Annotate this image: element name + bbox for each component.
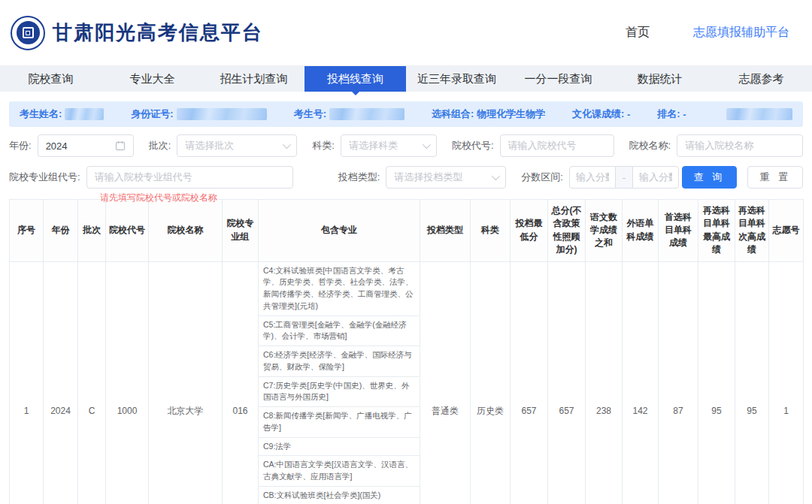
- cell-re-subject-max: 95: [698, 261, 735, 504]
- col-admission-type: 投档类型: [420, 200, 471, 262]
- col-min-score: 投档最低分: [511, 200, 548, 262]
- search-button[interactable]: 查 询: [682, 166, 738, 189]
- results-table: 序号 年份 批次 院校代号 院校名称 院校专业组 包含专业 投档类型 科类 投档…: [9, 199, 803, 504]
- col-college-name: 院校名称: [149, 200, 223, 262]
- student-culture-score: 文化课成绩: -: [572, 107, 630, 121]
- major-item: CA:中国语言文学类[汉语言文学、汉语言、古典文献学、应用语言学]: [259, 456, 420, 487]
- group-code-label: 院校专业组代号:: [9, 171, 80, 184]
- app-header: 甘肃阳光高考信息平台 首页 志愿填报辅助平台: [0, 0, 812, 66]
- col-seq: 序号: [10, 200, 44, 262]
- main-nav: 院校查询 专业大全 招生计划查询 投档线查询 近三年录取查询 一分一段查询 数据…: [0, 66, 812, 92]
- score-range-separator: -: [616, 166, 632, 189]
- cell-included-majors: C4:文科试验班类[中国语言文学类、考古学、历史学类、哲学类、社会学类、法学、新…: [259, 261, 420, 504]
- col-major-group: 院校专业组: [223, 200, 259, 262]
- col-included-majors: 包含专业: [259, 200, 420, 262]
- col-first-subject: 首选科目单科成绩: [659, 200, 698, 262]
- col-cn-math-sum: 语文数学成绩之和: [586, 200, 623, 262]
- col-re-subject-max: 再选科目单科最高成绩: [698, 200, 735, 262]
- col-year: 年份: [44, 200, 78, 262]
- col-subject-category: 科类: [471, 200, 511, 262]
- cell-college-code: 1000: [106, 261, 149, 504]
- tab-volunteer-reference[interactable]: 志愿参考: [710, 66, 812, 92]
- reset-button[interactable]: 重 置: [747, 166, 803, 189]
- col-batch: 批次: [78, 200, 106, 262]
- batch-label: 批次:: [149, 139, 171, 152]
- chevron-down-icon: [423, 140, 431, 149]
- tab-enrollment-plan-query[interactable]: 招生计划查询: [203, 66, 304, 92]
- batch-select[interactable]: 请选择批次: [177, 134, 297, 157]
- cell-cn-math-sum: 238: [586, 261, 623, 504]
- year-input[interactable]: 2024: [38, 134, 134, 157]
- year-label: 年份:: [9, 139, 32, 152]
- home-link[interactable]: 首页: [626, 25, 650, 41]
- tab-college-query[interactable]: 院校查询: [0, 66, 102, 92]
- chevron-down-icon: [283, 140, 291, 149]
- cell-college-name: 北京大学: [149, 261, 223, 504]
- student-info-bar: 考生姓名: 身份证号: 考生号: 选科组合: 物理化学生物学 文化课成绩: - …: [9, 101, 803, 127]
- student-id-number: 身份证号:: [131, 107, 266, 121]
- major-item: C5:工商管理类[金融学、金融学(金融经济学)、会计学、市场营销]: [259, 316, 420, 347]
- college-code-input[interactable]: 请输入院校代号: [500, 134, 614, 157]
- tab-score-segment-query[interactable]: 一分一段查询: [508, 66, 609, 92]
- cell-batch: C: [78, 261, 106, 504]
- subject-category-label: 科类:: [312, 139, 335, 152]
- table-row: 1 2024 C 1000 北京大学 016 C4:文科试验班类[中国语言文学类…: [10, 261, 804, 504]
- major-item: C4:文科试验班类[中国语言文学类、考古学、历史学类、哲学类、社会学类、法学、新…: [259, 262, 420, 316]
- chevron-down-icon: [492, 172, 500, 180]
- college-name-input[interactable]: 请输入院校名称: [677, 134, 803, 157]
- col-college-code: 院校代号: [106, 200, 149, 262]
- redacted-name: [65, 108, 104, 120]
- cell-year: 2024: [44, 261, 78, 504]
- filter-row-2: 院校专业组代号: 请输入院校专业组代号 请先填写院校代号或院校名称 投档类型: …: [9, 166, 803, 189]
- group-code-hint: 请先填写院校代号或院校名称: [100, 192, 217, 204]
- col-foreign-lang: 外语单科成绩: [623, 200, 659, 262]
- cell-min-score: 657: [511, 261, 548, 504]
- tab-recent-3yr-admission-query[interactable]: 近三年录取查询: [406, 66, 508, 92]
- tab-admission-line-query[interactable]: 投档线查询: [304, 66, 406, 92]
- subject-category-select[interactable]: 请选择科类: [341, 134, 437, 157]
- score-min-input[interactable]: 输入分数: [569, 166, 616, 189]
- app-title: 甘肃阳光高考信息平台: [53, 20, 263, 46]
- top-links: 首页 志愿填报辅助平台: [626, 25, 798, 41]
- student-name: 考生姓名:: [20, 107, 104, 121]
- cell-total-score: 657: [548, 261, 586, 504]
- major-item: C6:经济学类[经济学、金融学、国际经济与贸易、财政学、保险学]: [259, 346, 420, 377]
- table-header-row: 序号 年份 批次 院校代号 院校名称 院校专业组 包含专业 投档类型 科类 投档…: [10, 200, 804, 262]
- assist-platform-link[interactable]: 志愿填报辅助平台: [693, 25, 789, 41]
- cell-foreign-lang: 142: [623, 261, 659, 504]
- cell-subject-category: 历史类: [471, 261, 511, 504]
- col-total-score: 总分(不含政策性照顾加分): [548, 200, 586, 262]
- score-max-input[interactable]: 输入分数: [632, 166, 679, 189]
- filter-panel: 年份: 2024 批次: 请选择批次 科类: 请选择科类: [9, 134, 803, 189]
- cell-seq: 1: [10, 261, 44, 504]
- col-wish-no: 志愿号: [769, 200, 804, 262]
- major-item: C7:历史学类[历史学(中国史)、世界史、外国语言与外国历史]: [259, 377, 420, 408]
- student-subject-combo: 选科组合: 物理化学生物学: [432, 107, 545, 121]
- major-item: C9:法学: [259, 438, 420, 457]
- admission-type-select[interactable]: 请选择投档类型: [386, 166, 506, 189]
- cell-major-group: 016: [223, 261, 259, 504]
- tab-majors-directory[interactable]: 专业大全: [102, 66, 203, 92]
- brand: 甘肃阳光高考信息平台: [11, 16, 263, 50]
- score-range-label: 分数区间:: [521, 171, 563, 184]
- college-name-label: 院校名称:: [629, 139, 671, 152]
- calendar-icon: [115, 140, 126, 151]
- major-item: C8:新闻传播学类[新闻学、广播电视学、广告学]: [259, 407, 420, 438]
- student-exam-number: 考生号:: [294, 107, 404, 121]
- cell-admission-type: 普通类: [420, 261, 471, 504]
- cell-wish-no: 1: [769, 261, 804, 504]
- filter-row-1: 年份: 2024 批次: 请选择批次 科类: 请选择科类: [9, 134, 803, 157]
- cell-first-subject: 87: [659, 261, 698, 504]
- page-root: 甘肃阳光高考信息平台 首页 志愿填报辅助平台 院校查询 专业大全 招生计划查询 …: [0, 0, 812, 504]
- student-rank: 排名: -: [657, 107, 686, 121]
- redacted-exam-number: [329, 108, 404, 120]
- cell-re-subject-next: 95: [735, 261, 769, 504]
- admission-type-label: 投档类型:: [338, 171, 380, 184]
- app-logo-icon: [11, 16, 45, 50]
- group-code-input[interactable]: 请输入院校专业组代号: [86, 166, 293, 189]
- col-re-subject-next: 再选科目单科次高成绩: [735, 200, 769, 262]
- tab-data-statistics[interactable]: 数据统计: [609, 66, 710, 92]
- college-code-label: 院校代号:: [452, 139, 494, 152]
- major-item: CB:文科试验班类[社会学类](国关): [259, 487, 420, 504]
- redacted-user-info: [726, 108, 792, 120]
